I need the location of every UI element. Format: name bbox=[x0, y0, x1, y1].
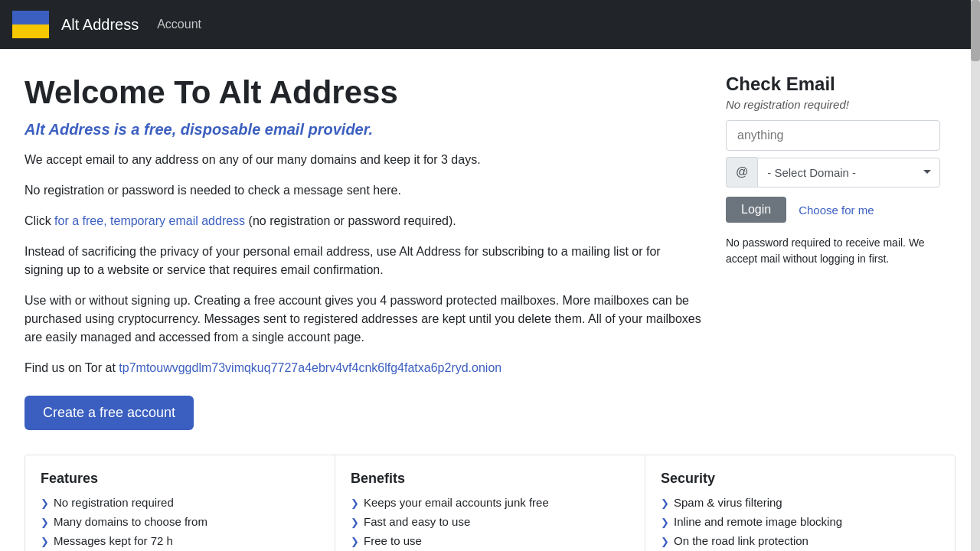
feature-card: Features❯No registration required❯Many d… bbox=[25, 455, 335, 551]
para3: Instead of sacrificing the privacy of yo… bbox=[24, 243, 701, 279]
card-item-text: Free to use bbox=[364, 534, 422, 547]
panel-note: No password required to receive mail. We… bbox=[726, 235, 940, 267]
para1: We accept email to any address on any of… bbox=[24, 151, 701, 169]
click-prefix: Click bbox=[24, 214, 54, 227]
card-item: ❯Free to use bbox=[351, 534, 629, 547]
logo-top bbox=[12, 11, 49, 24]
navbar: Alt Address Account bbox=[0, 0, 980, 49]
card-item-text: On the road link protection bbox=[674, 534, 808, 547]
brand-link[interactable]: Alt Address bbox=[61, 16, 139, 34]
card-title: Features bbox=[41, 471, 319, 487]
create-account-button[interactable]: Create a free account bbox=[24, 396, 194, 430]
chevron-right-icon: ❯ bbox=[41, 517, 49, 528]
para2: No registration or password is needed to… bbox=[24, 181, 701, 200]
chevron-right-icon: ❯ bbox=[351, 536, 359, 547]
chevron-right-icon: ❯ bbox=[351, 517, 359, 528]
chevron-right-icon: ❯ bbox=[661, 517, 669, 528]
chevron-right-icon: ❯ bbox=[41, 536, 49, 547]
domain-select[interactable]: - Select Domain - bbox=[757, 158, 940, 187]
logo bbox=[12, 11, 49, 38]
para-click: Click for a free, temporary email addres… bbox=[24, 212, 701, 230]
logo-bottom bbox=[12, 24, 49, 38]
tor-para: Find us on Tor at tp7mtouwvggdlm73vimqku… bbox=[24, 359, 701, 377]
subtitle: Alt Address is a free, disposable email … bbox=[24, 121, 701, 139]
email-input[interactable] bbox=[726, 120, 940, 151]
panel-subtitle: No registration required! bbox=[726, 98, 940, 111]
feature-cards: Features❯No registration required❯Many d… bbox=[24, 455, 956, 551]
left-content: Welcome To Alt Address Alt Address is a … bbox=[24, 73, 726, 455]
click-suffix: (no registration or password required). bbox=[245, 214, 456, 227]
card-item: ❯Messages kept for 72 h bbox=[41, 534, 319, 547]
card-item: ❯Spam & virus filtering bbox=[661, 496, 939, 509]
action-row: Login Choose for me bbox=[726, 197, 940, 223]
card-item: ❯Inline and remote image blocking bbox=[661, 515, 939, 528]
card-item-text: Inline and remote image blocking bbox=[674, 515, 842, 528]
card-item: ❯Fast and easy to use bbox=[351, 515, 629, 528]
choose-for-me-link[interactable]: Choose for me bbox=[799, 204, 874, 217]
para4: Use with or without signing up. Creating… bbox=[24, 292, 701, 347]
login-button[interactable]: Login bbox=[726, 197, 786, 223]
card-item-text: Fast and easy to use bbox=[364, 515, 470, 528]
card-item-text: Messages kept for 72 h bbox=[54, 534, 173, 547]
main-content: Welcome To Alt Address Alt Address is a … bbox=[0, 49, 965, 455]
feature-card: Benefits❯Keeps your email accounts junk … bbox=[335, 455, 645, 551]
check-email-panel: Check Email No registration required! @ … bbox=[726, 73, 940, 455]
tor-prefix: Find us on Tor at bbox=[24, 361, 119, 374]
tor-link[interactable]: tp7mtouwvggdlm73vimqkuq7727a4ebrv4vf4cnk… bbox=[119, 361, 501, 374]
card-item: ❯No registration required bbox=[41, 496, 319, 509]
card-item: ❯On the road link protection bbox=[661, 534, 939, 547]
card-item-text: Spam & virus filtering bbox=[674, 496, 782, 509]
chevron-right-icon: ❯ bbox=[41, 497, 49, 509]
page-title: Welcome To Alt Address bbox=[24, 73, 701, 112]
card-title: Benefits bbox=[351, 471, 629, 487]
card-item-text: No registration required bbox=[54, 496, 174, 509]
chevron-right-icon: ❯ bbox=[661, 536, 669, 547]
scrollbar[interactable] bbox=[971, 0, 980, 551]
chevron-right-icon: ❯ bbox=[661, 497, 669, 509]
feature-card: Security❯Spam & virus filtering❯Inline a… bbox=[645, 455, 955, 551]
card-item-text: Keeps your email accounts junk free bbox=[364, 496, 549, 509]
account-link[interactable]: Account bbox=[157, 18, 201, 31]
chevron-right-icon: ❯ bbox=[351, 497, 359, 509]
at-symbol: @ bbox=[726, 157, 757, 187]
free-temp-link[interactable]: for a free, temporary email address bbox=[54, 214, 245, 227]
card-item: ❯Many domains to choose from bbox=[41, 515, 319, 528]
card-item: ❯Keeps your email accounts junk free bbox=[351, 496, 629, 509]
panel-title: Check Email bbox=[726, 73, 940, 95]
card-title: Security bbox=[661, 471, 939, 487]
card-item-text: Many domains to choose from bbox=[54, 515, 207, 528]
domain-row: @ - Select Domain - bbox=[726, 157, 940, 187]
